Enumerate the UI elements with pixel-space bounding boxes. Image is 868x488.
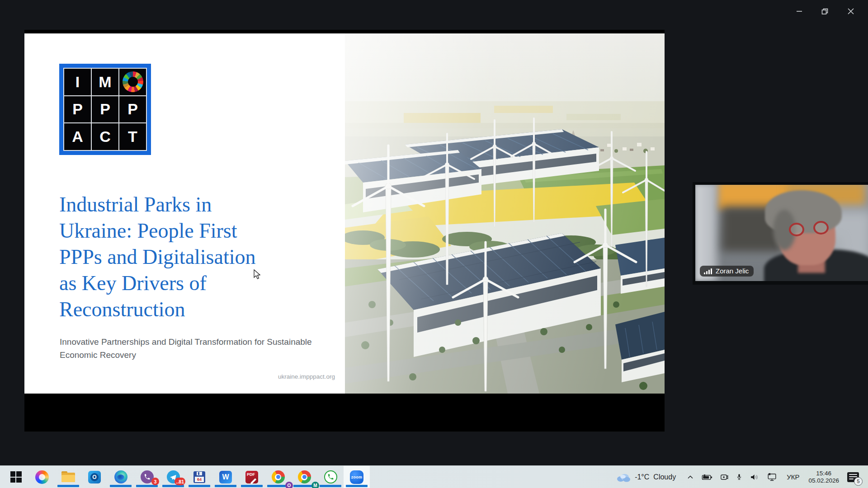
participant-video-tile[interactable]: Zoran Jelic: [693, 182, 868, 285]
title-line: Industrial Parks in: [59, 192, 255, 218]
minimize-button[interactable]: [786, 3, 812, 20]
start-button[interactable]: [3, 466, 29, 488]
floppy-disk-icon: 64: [193, 471, 205, 483]
logo-cell: A: [64, 123, 91, 150]
imppact-logo: I M P P P A C T: [59, 64, 151, 155]
restore-button[interactable]: [812, 3, 838, 20]
restore-icon: [821, 8, 828, 15]
logo-cell-sdg: [119, 69, 146, 95]
system-tray: -1°C Cloudy: [611, 466, 868, 488]
title-line: Ukraine: People First: [59, 218, 255, 244]
presentation-slide: I M P P P A C T Industrial Parks in Ukra…: [24, 33, 665, 394]
notification-center-button[interactable]: 5: [844, 472, 865, 482]
screen-share-area: I M P P P A C T Industrial Parks in Ukra…: [24, 30, 665, 432]
outlook-icon: O: [88, 471, 101, 483]
industrial-park-aerial-image: [345, 33, 665, 394]
logo-cell: P: [92, 96, 118, 123]
viber-badge: 3: [151, 478, 159, 485]
chrome-icon: [272, 470, 285, 483]
chrome-profile-badge: M: [311, 482, 319, 488]
logo-cell: P: [119, 96, 146, 123]
floppy-label: 64: [195, 477, 204, 482]
slide-website-url: ukraine.impppact.org: [278, 373, 335, 380]
participant-glasses: [786, 223, 830, 238]
language-indicator[interactable]: УКР: [782, 473, 804, 481]
edge-icon: [114, 470, 127, 483]
tray-overflow-chevron[interactable]: [686, 473, 695, 482]
zoom-meeting-window: I M P P P A C T Industrial Parks in Ukra…: [0, 0, 868, 488]
taskbar-zoom-button[interactable]: zoom: [344, 466, 370, 488]
taskbar-edge-button[interactable]: [108, 466, 134, 488]
zoom-icon: zoom: [350, 470, 363, 484]
chrome-icon: [298, 470, 311, 483]
chrome-profile-badge: O: [285, 482, 293, 488]
slide-image-panel: [345, 33, 665, 394]
whatsapp-icon: [324, 470, 337, 483]
battery-icon[interactable]: [702, 473, 712, 482]
slide-subtitle: Innovative Partnerships and Digital Tran…: [60, 335, 312, 361]
windows-logo-icon: [10, 471, 22, 483]
taskbar-pdf-editor-button[interactable]: PDF: [239, 466, 265, 488]
cloud-icon: [616, 472, 631, 482]
taskbar-outlook-button[interactable]: O: [81, 466, 108, 488]
notification-count-badge: 5: [854, 477, 863, 486]
subtitle-line: Economic Recovery: [60, 348, 312, 361]
participant-video: Zoran Jelic: [695, 185, 868, 281]
title-line: Reconstruction: [59, 296, 255, 323]
taskbar-copilot-button[interactable]: [29, 466, 55, 488]
title-line: PPPs and Digitalisation: [59, 244, 255, 270]
time-label: 15:46: [816, 470, 831, 477]
logo-cell: T: [119, 123, 146, 150]
taskbar-viber-button[interactable]: 3: [134, 466, 160, 488]
slide-title: Industrial Parks in Ukraine: People Firs…: [59, 192, 255, 323]
title-line: as Key Drivers of: [59, 270, 255, 296]
network-icon[interactable]: [767, 472, 778, 482]
mouse-cursor: [253, 269, 262, 280]
taskbar-word-button[interactable]: W: [212, 466, 239, 488]
copilot-icon: [35, 470, 49, 484]
tray-icons: [681, 472, 782, 482]
participant-name: Zoran Jelic: [716, 267, 749, 275]
microphone-icon[interactable]: [736, 472, 743, 482]
weather-condition-label: Cloudy: [653, 473, 676, 481]
file-explorer-icon: [61, 471, 75, 483]
logo-cell: I: [64, 69, 91, 95]
logo-cell: P: [64, 96, 91, 123]
temperature-label: -1°C: [635, 473, 649, 481]
taskbar: O 3 ..81 64 W PDF: [0, 465, 868, 488]
taskbar-file-explorer-button[interactable]: [55, 466, 81, 488]
window-controls: [786, 3, 863, 20]
telegram-badge: ..81: [175, 478, 185, 485]
weather-widget[interactable]: -1°C Cloudy: [611, 466, 681, 488]
clock[interactable]: 15:46 05.02.2026: [804, 470, 844, 484]
minimize-icon: [796, 8, 802, 14]
logo-cell: C: [92, 123, 118, 150]
taskbar-whatsapp-button[interactable]: [317, 466, 344, 488]
slide-text-panel: I M P P P A C T Industrial Parks in Ukra…: [24, 33, 345, 394]
date-label: 05.02.2026: [808, 477, 839, 484]
participant-name-tag: Zoran Jelic: [700, 266, 754, 277]
taskbar-backup-app-button[interactable]: 64: [186, 466, 212, 488]
pdf-editor-icon: PDF: [245, 471, 258, 483]
taskbar-chrome-profile2-button[interactable]: M: [291, 466, 317, 488]
sdg-wheel-icon: [123, 71, 143, 92]
speaker-icon[interactable]: [750, 473, 760, 482]
subtitle-line: Innovative Partnerships and Digital Tran…: [60, 335, 312, 348]
close-icon: [848, 8, 854, 14]
camera-icon[interactable]: [719, 473, 729, 482]
outlook-letter: O: [90, 473, 99, 481]
taskbar-chrome-profile1-button[interactable]: O: [265, 466, 291, 488]
close-button[interactable]: [838, 3, 863, 20]
taskbar-telegram-button[interactable]: ..81: [160, 466, 186, 488]
logo-cell: M: [92, 69, 118, 95]
word-icon: W: [219, 471, 232, 483]
connection-signal-icon: [704, 268, 712, 274]
